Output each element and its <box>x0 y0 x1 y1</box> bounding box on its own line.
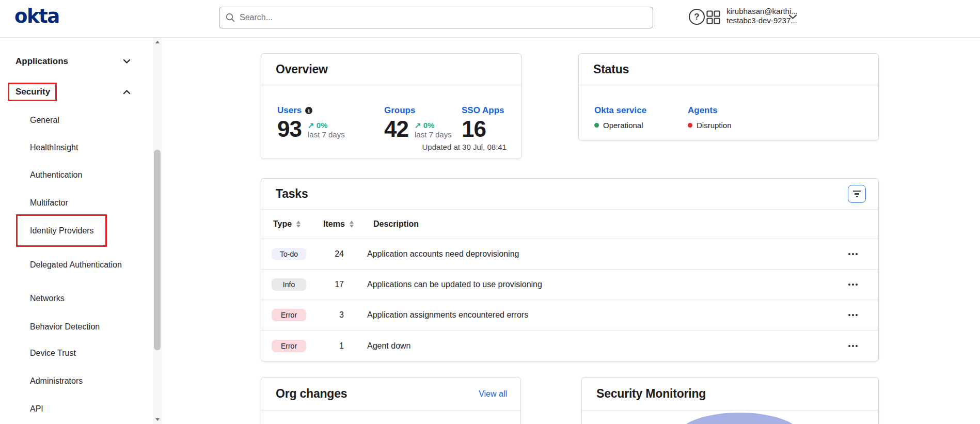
chevron-down-icon <box>123 59 131 64</box>
groups-count: 42 <box>384 118 408 140</box>
security-monitoring-header: Security Monitoring <box>582 378 878 411</box>
users-trend: ↗ 0% last 7 days <box>308 121 345 140</box>
gauge-chart-arc <box>677 413 801 424</box>
stat-sso-apps: SSO Apps 16 <box>462 105 504 140</box>
status-card: Status Okta service Operational Agents D… <box>578 53 879 140</box>
sidebar-section-security[interactable]: Security <box>0 82 153 102</box>
sort-type-icon[interactable] <box>296 221 301 228</box>
sidebar-item-general[interactable]: General <box>30 109 122 130</box>
overview-card-header: Overview <box>261 54 521 85</box>
users-count: 93 <box>277 118 302 140</box>
column-header-description: Description <box>373 219 419 229</box>
service-state-text: Disruption <box>697 121 732 130</box>
disruption-status-dot <box>688 123 692 128</box>
task-description: Applications can be updated to use provi… <box>367 280 542 289</box>
sidebar-item-authentication[interactable]: Authentication <box>30 164 122 185</box>
org-changes-empty-message: No new changes in last 7 days <box>261 411 520 424</box>
sidebar-item-behavior-detection[interactable]: Behavior Detection <box>30 316 122 337</box>
account-menu[interactable]: kirubhasan@karthi... testabc3-dev-9237..… <box>726 7 788 25</box>
overview-card: Overview Users 93 ↗ 0% last 7 days G <box>261 53 521 159</box>
column-header-type: Type <box>273 219 292 229</box>
scrollbar-thumb[interactable] <box>154 150 161 350</box>
info-icon[interactable] <box>305 107 312 114</box>
error-badge: Error <box>272 340 306 352</box>
info-badge: Info <box>272 278 306 291</box>
sso-apps-count: 16 <box>462 118 486 140</box>
sidebar-item-identity-providers[interactable]: Identity Providers <box>30 220 122 241</box>
view-all-link[interactable]: View all <box>479 389 507 399</box>
search-box[interactable] <box>219 7 653 28</box>
sidebar-section-label: Applications <box>15 56 68 67</box>
task-description: Agent down <box>367 341 411 351</box>
sidebar-item-label: Administrators <box>30 374 83 387</box>
sort-items-icon[interactable] <box>350 221 354 228</box>
sidebar-section-applications[interactable]: Applications <box>0 51 153 72</box>
row-menu-ellipsis-icon[interactable] <box>846 308 860 322</box>
tasks-card-header: Tasks <box>261 179 878 210</box>
row-menu-ellipsis-icon[interactable] <box>846 278 860 291</box>
app-switcher-icon[interactable] <box>706 10 720 24</box>
items-count: 17 <box>323 280 344 289</box>
sidebar-item-healthinsight[interactable]: HealthInsight <box>30 137 122 158</box>
trend-percent: 0% <box>317 121 328 130</box>
sidebar-item-networks[interactable]: Networks <box>30 288 122 308</box>
sidebar-item-administrators[interactable]: Administrators <box>30 370 122 391</box>
account-org: testabc3-dev-9237... <box>726 16 788 25</box>
okta-service-status: Okta service Operational <box>594 105 646 130</box>
stat-label-text: Users <box>277 105 302 116</box>
row-menu-ellipsis-icon[interactable] <box>846 339 860 353</box>
agents-link[interactable]: Agents <box>688 105 732 116</box>
groups-trend: ↗ 0% last 7 days <box>415 121 452 140</box>
items-count: 24 <box>323 249 344 259</box>
okta-service-link[interactable]: Okta service <box>594 105 646 116</box>
chevron-up-icon <box>123 89 131 95</box>
sidebar-item-multifactor[interactable]: Multifactor <box>30 192 122 213</box>
search-input[interactable] <box>240 13 646 22</box>
scroll-down-arrow-icon[interactable] <box>153 415 162 424</box>
scroll-up-arrow-icon[interactable] <box>153 38 162 46</box>
table-row[interactable]: Error 3 Application assignments encounte… <box>261 300 878 331</box>
account-chevron-down-icon[interactable] <box>788 14 797 20</box>
sidebar-item-label: Multifactor <box>30 196 68 209</box>
overview-updated-timestamp: Updated at 30 Jul, 08:41 <box>422 143 507 151</box>
groups-link[interactable]: Groups <box>384 105 452 116</box>
table-row[interactable]: To-do 24 Application accounts need depro… <box>261 239 878 270</box>
users-link[interactable]: Users <box>277 105 345 116</box>
sidebar-item-label: Networks <box>30 292 65 305</box>
security-annotation-box: Security <box>8 83 57 101</box>
sidebar-item-api[interactable]: API <box>30 398 122 419</box>
sidebar-item-label: Authentication <box>30 168 82 181</box>
tasks-table-header: Type Items Description <box>261 210 878 239</box>
identity-providers-annotation-box: Identity Providers <box>16 214 107 247</box>
tasks-card: Tasks Type Items Description To-do 24 Ap… <box>261 178 879 362</box>
org-changes-title: Org changes <box>276 387 347 401</box>
todo-badge: To-do <box>272 248 306 260</box>
items-count: 3 <box>323 310 344 320</box>
row-menu-ellipsis-icon[interactable] <box>846 247 860 261</box>
security-monitoring-title: Security Monitoring <box>596 387 706 401</box>
sso-apps-link[interactable]: SSO Apps <box>462 105 504 116</box>
agents-status: Agents Disruption <box>688 105 732 130</box>
okta-logo[interactable]: okta <box>14 5 59 27</box>
stat-users: Users 93 ↗ 0% last 7 days <box>277 105 345 140</box>
table-row[interactable]: Error 1 Agent down <box>261 331 878 361</box>
stat-groups: Groups 42 ↗ 0% last 7 days <box>384 105 452 140</box>
sidebar-section-label: Security <box>15 87 50 97</box>
tasks-title: Tasks <box>276 187 308 201</box>
sidebar-item-label: Behavior Detection <box>30 320 100 333</box>
sidebar-item-delegated-authentication[interactable]: Delegated Authentication <box>30 252 122 277</box>
help-icon[interactable] <box>689 9 705 25</box>
topbar: okta kirubhasan@karthi... testabc3-dev-9… <box>0 0 980 38</box>
task-description: Application assignments encountered erro… <box>367 310 528 320</box>
trend-caption: last 7 days <box>308 130 345 139</box>
search-icon <box>226 13 235 22</box>
status-card-header: Status <box>579 54 878 85</box>
account-email: kirubhasan@karthi... <box>726 7 788 16</box>
table-row[interactable]: Info 17 Applications can be updated to u… <box>261 270 878 300</box>
sidebar-item-device-trust[interactable]: Device Trust <box>30 342 122 363</box>
trend-up-arrow-icon: ↗ <box>308 121 314 130</box>
filter-button[interactable] <box>848 185 866 203</box>
operational-status-dot <box>594 123 599 128</box>
sidebar-scrollbar[interactable] <box>153 38 162 424</box>
service-state-text: Operational <box>603 121 643 130</box>
